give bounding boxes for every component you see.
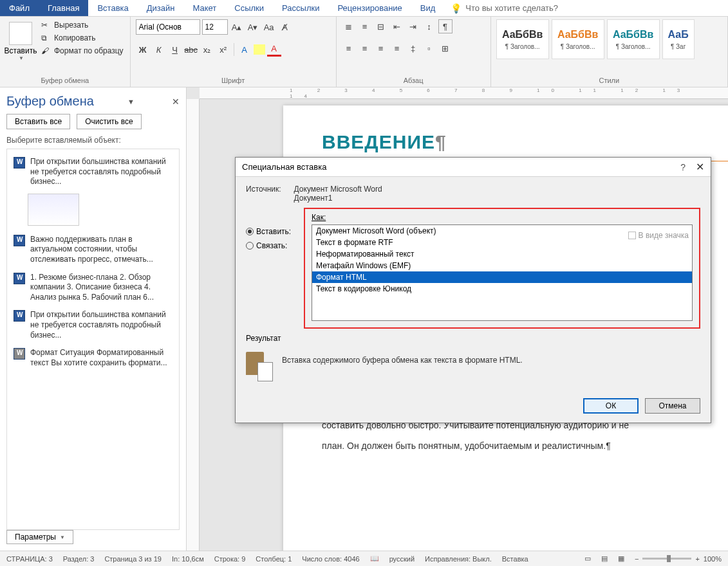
clipboard-thumbnail[interactable] <box>28 194 79 226</box>
status-track[interactable]: Исправления: Выкл. <box>425 555 492 563</box>
cut-button[interactable]: ✂ Вырезать <box>40 19 125 31</box>
view-web-button[interactable]: ▦ <box>618 554 624 563</box>
justify-button[interactable]: ≡ <box>390 41 404 55</box>
horizontal-ruler[interactable]: 1 2 3 4 5 6 7 8 9 10 11 12 13 14 <box>200 87 728 99</box>
close-pane-button[interactable]: ✕ <box>172 96 180 107</box>
result-icon <box>246 352 273 381</box>
source-doc: Документ1 <box>294 194 382 203</box>
show-marks-button[interactable]: ¶ <box>438 19 453 33</box>
as-icon-checkbox[interactable]: В виде значка <box>628 231 689 240</box>
shrink-font-button[interactable]: A▾ <box>246 20 260 34</box>
clear-format-button[interactable]: A̸ <box>278 20 292 34</box>
tab-view[interactable]: Вид <box>411 0 445 16</box>
tab-review[interactable]: Рецензирование <box>328 0 411 16</box>
highlight-button[interactable] <box>254 44 265 55</box>
format-painter-button[interactable]: 🖌 Формат по образцу <box>40 45 125 57</box>
outdent-button[interactable]: ⇤ <box>390 19 404 33</box>
paste-button[interactable]: Вставить ▼ <box>5 19 36 64</box>
format-option[interactable]: Текст в кодировке Юникод <box>312 283 692 295</box>
ok-button[interactable]: ОК <box>583 398 639 414</box>
font-size-input[interactable] <box>202 19 228 35</box>
status-section[interactable]: Раздел: 3 <box>63 555 95 563</box>
clipboard-item[interactable]: Формат Ситуация Форматированный текст Вы… <box>11 344 175 372</box>
clipboard-item[interactable]: При открытии большинства компаний не тре… <box>11 306 175 344</box>
style-item-2[interactable]: АаБбВв ¶ Заголов... <box>607 19 660 59</box>
shading-button[interactable]: ▫ <box>422 41 436 55</box>
status-words[interactable]: Число слов: 4046 <box>302 555 359 563</box>
copy-button[interactable]: ⧉ Копировать <box>40 32 125 44</box>
subscript-button[interactable]: x₂ <box>200 42 214 57</box>
status-lang[interactable]: русский <box>389 555 415 563</box>
status-line[interactable]: Строка: 9 <box>214 555 246 563</box>
sort-button[interactable]: ↕ <box>422 19 436 33</box>
cancel-button[interactable]: Отмена <box>645 398 700 414</box>
format-option[interactable]: Метафайл Windows (EMF) <box>312 260 692 271</box>
pane-dropdown-icon[interactable]: ▼ <box>127 98 138 105</box>
paste-all-button[interactable]: Вставить все <box>6 114 70 129</box>
proofing-icon[interactable]: 📖 <box>370 554 379 563</box>
line-spacing-button[interactable]: ‡ <box>406 41 420 55</box>
status-insert[interactable]: Вставка <box>502 555 528 563</box>
status-position[interactable]: In: 10,6см <box>172 555 204 563</box>
change-case-button[interactable]: Aa <box>262 20 276 34</box>
align-right-button[interactable]: ≡ <box>374 41 388 55</box>
clear-all-button[interactable]: Очистить все <box>77 114 141 129</box>
tab-home[interactable]: Главная <box>39 0 88 16</box>
copy-label: Копировать <box>54 33 96 42</box>
italic-button[interactable]: К <box>152 42 166 57</box>
dialog-help-button[interactable]: ? <box>680 162 686 172</box>
indent-button[interactable]: ⇥ <box>406 19 420 33</box>
align-left-button[interactable]: ≡ <box>342 41 356 55</box>
style-item-3[interactable]: АаБ ¶ Заг <box>662 19 695 59</box>
view-print-button[interactable]: ▤ <box>601 554 608 563</box>
grow-font-button[interactable]: A▴ <box>230 20 244 34</box>
format-option[interactable]: Неформатированный текст <box>312 248 692 260</box>
superscript-button[interactable]: x² <box>216 42 230 57</box>
zoom-out-button[interactable]: − <box>635 555 639 563</box>
borders-button[interactable]: ⊞ <box>438 41 453 55</box>
paste-icon <box>9 22 32 45</box>
radio-paste[interactable]: Вставить: <box>246 227 291 236</box>
radio-paste-label: Вставить: <box>256 227 291 236</box>
word-doc-icon <box>14 310 25 322</box>
radio-link-label: Связать: <box>256 241 287 250</box>
font-name-input[interactable] <box>136 19 200 35</box>
align-center-button[interactable]: ≡ <box>358 41 372 55</box>
radio-link[interactable]: Связать: <box>246 241 291 250</box>
status-page[interactable]: СТРАНИЦА: 3 <box>6 555 53 563</box>
style-item-0[interactable]: АаБбВв ¶ Заголов... <box>496 19 549 59</box>
multilevel-button[interactable]: ⊟ <box>374 19 388 33</box>
underline-button[interactable]: Ч <box>168 42 182 57</box>
tell-me-search[interactable]: 💡 Что вы хотите сделать? <box>444 0 565 16</box>
copy-icon: ⧉ <box>41 33 51 42</box>
clipboard-item[interactable]: При открытии большинства компаний не тре… <box>11 153 175 191</box>
tab-references[interactable]: Ссылки <box>225 0 273 16</box>
numbering-button[interactable]: ≡ <box>358 19 372 33</box>
format-option-selected[interactable]: Формат HTML <box>312 271 692 283</box>
zoom-slider[interactable] <box>642 558 691 560</box>
vertical-ruler[interactable] <box>187 99 200 551</box>
clipboard-item[interactable]: 1. Резюме бизнес-плана 2. Обзор компании… <box>11 269 175 307</box>
bullets-button[interactable]: ≣ <box>342 19 356 33</box>
zoom-controls: − + 100% <box>635 555 722 563</box>
bold-button[interactable]: Ж <box>136 42 150 57</box>
tab-file[interactable]: Файл <box>0 0 39 16</box>
text-effects-button[interactable]: A <box>238 42 252 57</box>
tab-layout[interactable]: Макет <box>183 0 225 16</box>
clipboard-item[interactable]: Важно поддерживать план в актуальном сос… <box>11 231 175 269</box>
tab-insert[interactable]: Вставка <box>88 0 137 16</box>
zoom-value[interactable]: 100% <box>704 555 722 563</box>
params-button[interactable]: Параметры ▼ <box>6 530 73 544</box>
status-page-of[interactable]: Страница 3 из 19 <box>104 555 162 563</box>
zoom-in-button[interactable]: + <box>695 555 699 563</box>
style-item-1[interactable]: АаБбВв ¶ Заголов... <box>552 19 604 59</box>
tab-mailings[interactable]: Рассылки <box>273 0 328 16</box>
dialog-close-button[interactable]: ✕ <box>696 161 704 173</box>
strike-button[interactable]: abc <box>184 42 198 57</box>
font-color-button[interactable]: A <box>267 42 281 57</box>
view-read-button[interactable]: ▭ <box>584 554 591 563</box>
tab-design[interactable]: Дизайн <box>138 0 184 16</box>
dialog-titlebar[interactable]: Специальная вставка ? ✕ <box>236 158 711 177</box>
status-column[interactable]: Столбец: 1 <box>256 555 292 563</box>
style-preview: АаБбВв <box>502 29 543 41</box>
